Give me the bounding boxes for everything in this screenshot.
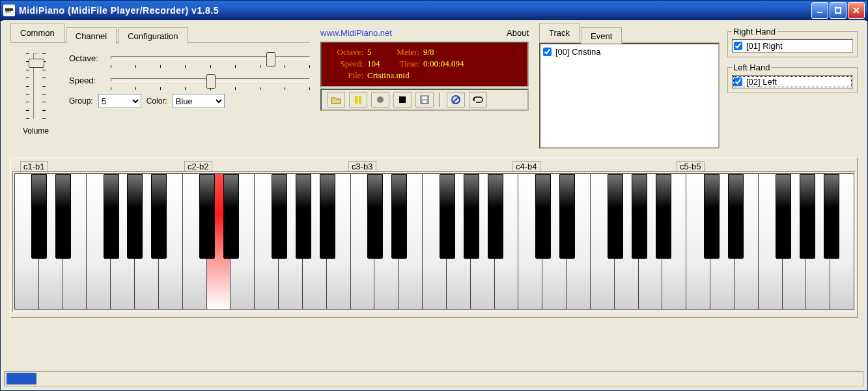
black-key[interactable] xyxy=(31,174,47,259)
display-time-label: Time: xyxy=(389,59,419,69)
maximize-button[interactable] xyxy=(830,2,847,19)
right-hand-group: Right Hand [01] Right xyxy=(727,27,858,57)
octave-slider[interactable] xyxy=(111,50,310,66)
octave-labels: c1-b1 c2-b2 c3-b3 c4-b4 c5-b5 xyxy=(12,160,856,170)
black-key[interactable] xyxy=(800,174,815,259)
open-button[interactable] xyxy=(327,92,345,108)
black-key[interactable] xyxy=(776,174,791,259)
window-title: MidiPiano (MidiFile Player/Recorder) v1.… xyxy=(19,5,811,16)
record-button[interactable] xyxy=(371,92,389,108)
svg-line-19 xyxy=(453,96,459,103)
volume-label: Volume xyxy=(10,126,61,136)
octave-label-3: c3-b3 xyxy=(348,161,376,171)
titlebar[interactable]: MidiPiano (MidiFile Player/Recorder) v1.… xyxy=(1,1,867,21)
black-key[interactable] xyxy=(535,174,551,259)
right-hand-item: [01] Right xyxy=(734,41,851,51)
octave-label-1: c1-b1 xyxy=(20,161,48,171)
black-key[interactable] xyxy=(55,174,71,259)
application-window: MidiPiano (MidiFile Player/Recorder) v1.… xyxy=(0,0,868,391)
black-key[interactable] xyxy=(704,174,720,259)
black-key[interactable] xyxy=(199,174,215,259)
progress-indicator xyxy=(7,373,36,384)
display-panel: Octave: 5 Meter: 9/8 Speed: 104 Time: 0:… xyxy=(320,42,529,87)
statusbar xyxy=(5,371,863,386)
display-meter-label: Meter: xyxy=(389,47,419,57)
black-key[interactable] xyxy=(608,174,623,259)
octave-label: Octave: xyxy=(69,53,111,63)
left-hand-item: [02] Left xyxy=(734,77,851,87)
black-key[interactable] xyxy=(104,174,119,259)
black-key[interactable] xyxy=(367,174,383,259)
left-hand-group: Left Hand [02] Left xyxy=(727,63,858,93)
black-key[interactable] xyxy=(656,174,671,259)
save-button[interactable] xyxy=(415,92,434,108)
display-time-value: 0:00:04.094 xyxy=(423,59,464,69)
minimize-button[interactable] xyxy=(811,2,828,19)
display-octave-value: 5 xyxy=(367,47,385,57)
color-label: Color: xyxy=(147,96,167,106)
stop-button[interactable] xyxy=(393,92,412,108)
display-speed-value: 104 xyxy=(367,59,385,69)
octave-label-2: c2-b2 xyxy=(184,161,212,171)
track-checkbox[interactable] xyxy=(543,48,552,56)
black-key[interactable] xyxy=(296,174,311,259)
black-key[interactable] xyxy=(127,174,143,259)
black-key[interactable] xyxy=(272,174,287,259)
right-hand-legend: Right Hand xyxy=(732,27,777,36)
black-key[interactable] xyxy=(728,174,744,259)
svg-rect-5 xyxy=(10,11,10,13)
group-select[interactable]: 5 xyxy=(98,94,141,108)
tab-configuration[interactable]: Configuration xyxy=(118,27,188,44)
svg-rect-14 xyxy=(399,96,406,103)
display-file-label: File: xyxy=(327,70,363,81)
display-speed-label: Speed: xyxy=(327,59,363,69)
track-list[interactable]: [00] Cristina xyxy=(539,43,720,149)
left-hand-label: [02] Left xyxy=(746,77,777,87)
display-meter-value: 9/8 xyxy=(423,47,434,57)
track-label: [00] Cristina xyxy=(555,47,600,57)
black-key[interactable] xyxy=(464,174,479,259)
client-area: Common Channel Configuration Vol xyxy=(3,20,865,388)
svg-rect-6 xyxy=(5,8,13,11)
svg-rect-17 xyxy=(423,100,427,103)
reset-button[interactable] xyxy=(447,92,465,108)
loop-button[interactable] xyxy=(469,92,487,108)
tab-event[interactable]: Event xyxy=(581,27,622,44)
tab-channel[interactable]: Channel xyxy=(66,27,117,44)
about-link[interactable]: About xyxy=(507,28,529,38)
pause-button[interactable] xyxy=(349,92,367,108)
svg-rect-8 xyxy=(835,8,841,13)
svg-rect-4 xyxy=(8,11,9,13)
black-key[interactable] xyxy=(824,174,839,259)
svg-rect-3 xyxy=(7,11,8,13)
track-tabstrip: Track Event xyxy=(539,27,720,43)
website-link[interactable]: www.MidiPiano.net xyxy=(320,28,392,38)
tab-track[interactable]: Track xyxy=(539,23,580,42)
tab-common[interactable]: Common xyxy=(10,23,64,42)
black-key[interactable] xyxy=(440,174,455,259)
piano-keyboard[interactable] xyxy=(12,171,856,312)
black-key[interactable] xyxy=(320,174,335,259)
color-select[interactable]: Blue xyxy=(173,94,225,108)
black-key[interactable] xyxy=(151,174,167,259)
close-button[interactable] xyxy=(848,2,865,19)
right-hand-label: [01] Right xyxy=(746,41,783,51)
right-hand-checkbox[interactable] xyxy=(734,42,742,50)
svg-rect-11 xyxy=(355,96,357,104)
svg-rect-16 xyxy=(422,96,427,99)
speed-slider[interactable] xyxy=(111,72,310,89)
svg-rect-2 xyxy=(6,11,7,13)
black-key[interactable] xyxy=(488,174,503,259)
svg-rect-12 xyxy=(359,96,361,104)
black-key[interactable] xyxy=(391,174,407,259)
black-key[interactable] xyxy=(632,174,647,259)
black-key[interactable] xyxy=(559,174,575,259)
svg-point-13 xyxy=(377,96,384,103)
left-hand-checkbox[interactable] xyxy=(734,78,742,86)
black-key[interactable] xyxy=(223,174,239,259)
volume-slider[interactable] xyxy=(21,50,51,123)
speed-label: Speed: xyxy=(69,76,111,85)
display-file-value: Cristina.mid xyxy=(367,70,410,81)
track-item: [00] Cristina xyxy=(543,47,716,57)
piano-panel: c1-b1 c2-b2 c3-b3 c4-b4 c5-b5 xyxy=(10,158,858,318)
